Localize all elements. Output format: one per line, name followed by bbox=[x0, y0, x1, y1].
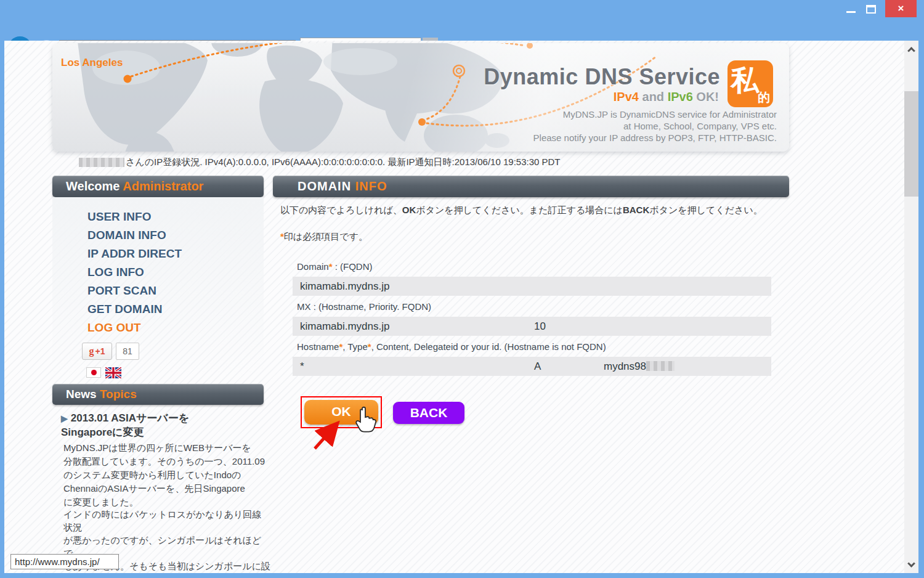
hand-cursor-icon bbox=[354, 405, 376, 436]
domain-label: Domain* : (FQDN) bbox=[297, 261, 373, 272]
back-button-page[interactable]: BACK bbox=[393, 402, 464, 424]
sidebar-item-get-domain[interactable]: GET DOMAIN bbox=[87, 303, 162, 316]
sidebar-item-user-info[interactable]: USER INFO bbox=[87, 210, 151, 224]
page-viewport: Los Angeles Dynamic DNS Service IPv4 and… bbox=[4, 41, 904, 573]
scroll-down-arrow-icon[interactable] bbox=[907, 560, 915, 568]
news-headline-line1[interactable]: ▶2013.01 ASIAサーバーを bbox=[61, 411, 189, 425]
triangle-bullet-icon: ▶ bbox=[61, 413, 68, 423]
sidebar-item-domain-info[interactable]: DOMAIN INFO bbox=[87, 229, 166, 242]
domain-value: kimamabi.mydns.jp bbox=[300, 277, 390, 296]
welcome-header: Welcome Administrator bbox=[52, 176, 264, 197]
scroll-up-arrow-icon[interactable] bbox=[907, 47, 915, 55]
mx-value-row: kimamabi.mydns.jp 10 bbox=[293, 317, 771, 336]
domain-info-header: DOMAIN INFO bbox=[273, 176, 789, 197]
browser-window: × ← → 私 http://www.mydns.jp/ ▾ ↻ 私 自宅サーバ… bbox=[0, 0, 924, 578]
site-banner: Los Angeles Dynamic DNS Service IPv4 and… bbox=[52, 43, 789, 152]
required-note: *印は必須項目です。 bbox=[280, 231, 368, 243]
minimize-button[interactable] bbox=[846, 11, 856, 13]
banner-tagline: MyDNS.JP is DynamicDNS service for Admin… bbox=[533, 108, 777, 144]
ip-status-line: さんのIP登録状況. IPv4(A):0.0.0.0, IPv6(AAAA):0… bbox=[79, 157, 561, 167]
map-label-los-angeles: Los Angeles bbox=[61, 57, 123, 69]
japan-flag-icon[interactable] bbox=[86, 367, 101, 378]
mx-label: MX : (Hostname, Priority. FQDN) bbox=[297, 301, 431, 312]
hostname-value-row: * A mydns98 bbox=[293, 357, 771, 376]
record-hostname: * bbox=[300, 357, 304, 376]
browser-toolbar: ← → 私 http://www.mydns.jp/ ▾ ↻ 私 自宅サーバーや… bbox=[0, 18, 924, 41]
mydns-logo: 私 的 bbox=[727, 60, 773, 107]
sidebar-item-port-scan[interactable]: PORT SCAN bbox=[87, 284, 156, 298]
masked-username bbox=[79, 158, 124, 167]
link-url-tooltip: http://www.mydns.jp/ bbox=[10, 554, 119, 569]
ip-status-text: さんのIP登録状況. IPv4(A):0.0.0.0, IPv6(AAAA):0… bbox=[126, 157, 561, 168]
sidebar-item-ip-addr-direct[interactable]: IP ADDR DIRECT bbox=[87, 247, 182, 261]
uk-flag-icon[interactable] bbox=[105, 367, 121, 378]
banner-subtitle: IPv4 and IPv6 OK! bbox=[614, 90, 719, 104]
mx-hostname: kimamabi.mydns.jp bbox=[300, 317, 390, 336]
news-paragraph-1: MyDNS.JPは世界の四ヶ所にWEBサーバーを 分散配置しています。そのうちの… bbox=[63, 441, 270, 509]
record-type: A bbox=[534, 357, 541, 376]
close-button[interactable]: × bbox=[885, 0, 917, 17]
masked-id bbox=[646, 361, 675, 371]
vertical-scrollbar[interactable] bbox=[904, 41, 918, 573]
news-headline-line2[interactable]: Singaporeに変更 bbox=[61, 425, 144, 439]
maximize-button[interactable] bbox=[866, 5, 876, 14]
record-content: mydns98 bbox=[604, 357, 675, 376]
google-plusone-button[interactable]: g+1 bbox=[82, 343, 112, 360]
banner-title: Dynamic DNS Service bbox=[484, 64, 720, 90]
annotation-arrow-icon bbox=[307, 414, 351, 455]
sidebar-item-log-out[interactable]: LOG OUT bbox=[87, 321, 141, 335]
sidebar-item-log-info[interactable]: LOG INFO bbox=[87, 266, 144, 279]
plusone-count: 81 bbox=[116, 343, 139, 360]
title-bar: × bbox=[0, 0, 924, 18]
confirm-instruction: 以下の内容でよろしければ、OKボタンを押してください。また訂正する場合にはBAC… bbox=[280, 205, 763, 216]
hostname-label: Hostname*, Type*, Content, Delegateid or… bbox=[297, 341, 606, 352]
domain-value-row: kimamabi.mydns.jp bbox=[293, 277, 771, 296]
news-header: News Topics bbox=[52, 384, 264, 405]
scrollbar-thumb[interactable] bbox=[904, 91, 918, 197]
mx-priority: 10 bbox=[534, 317, 546, 336]
